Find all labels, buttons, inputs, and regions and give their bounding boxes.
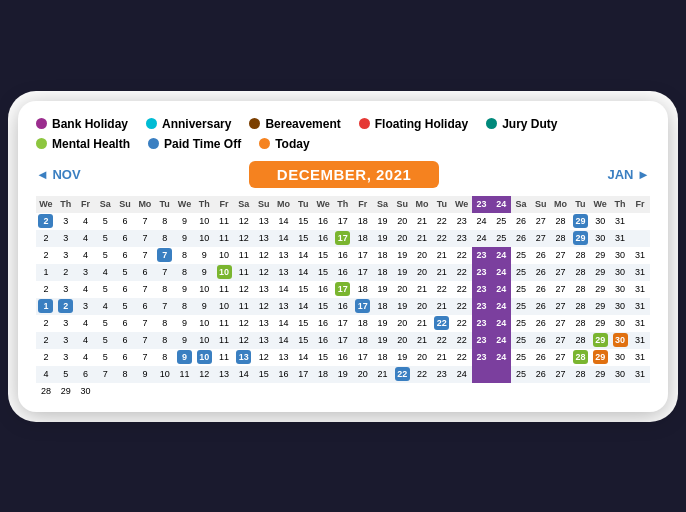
calendar-cell[interactable]: 28 bbox=[571, 298, 591, 315]
calendar-cell[interactable]: 10 bbox=[214, 298, 234, 315]
calendar-cell[interactable]: 5 bbox=[115, 264, 135, 281]
calendar-cell[interactable]: 7 bbox=[155, 264, 175, 281]
calendar-cell[interactable]: 11 bbox=[214, 213, 234, 230]
calendar-cell[interactable]: 26 bbox=[531, 315, 551, 332]
calendar-cell[interactable]: 22 bbox=[452, 315, 472, 332]
calendar-cell[interactable]: 9 bbox=[175, 332, 195, 349]
calendar-cell[interactable] bbox=[313, 383, 333, 400]
calendar-cell[interactable]: 25 bbox=[511, 332, 531, 349]
calendar-cell[interactable]: 2 bbox=[56, 264, 76, 281]
calendar-cell[interactable]: 4 bbox=[36, 366, 56, 383]
calendar-cell[interactable]: 30 bbox=[610, 315, 630, 332]
calendar-cell[interactable]: 4 bbox=[95, 264, 115, 281]
calendar-cell[interactable]: 18 bbox=[353, 315, 373, 332]
calendar-cell[interactable]: 4 bbox=[76, 349, 96, 366]
calendar-cell[interactable]: 9 bbox=[175, 315, 195, 332]
calendar-cell[interactable]: 23 bbox=[432, 366, 452, 383]
calendar-cell[interactable]: 13 bbox=[274, 349, 294, 366]
calendar-cell[interactable]: 12 bbox=[234, 315, 254, 332]
calendar-cell[interactable]: 21 bbox=[412, 213, 432, 230]
calendar-cell[interactable]: 18 bbox=[373, 349, 393, 366]
calendar-cell[interactable]: 23 bbox=[472, 281, 492, 298]
calendar-cell[interactable]: 6 bbox=[115, 247, 135, 264]
calendar-cell[interactable]: 6 bbox=[115, 230, 135, 247]
calendar-cell[interactable]: 15 bbox=[293, 281, 313, 298]
calendar-cell[interactable]: 17 bbox=[353, 349, 373, 366]
calendar-cell[interactable]: 29 bbox=[571, 230, 591, 247]
calendar-cell[interactable]: 5 bbox=[95, 349, 115, 366]
calendar-cell[interactable]: 28 bbox=[551, 230, 571, 247]
calendar-cell[interactable]: 18 bbox=[353, 281, 373, 298]
calendar-cell[interactable]: 14 bbox=[274, 230, 294, 247]
calendar-cell[interactable]: 28 bbox=[571, 264, 591, 281]
calendar-cell[interactable]: 21 bbox=[432, 349, 452, 366]
calendar-cell[interactable]: 15 bbox=[293, 332, 313, 349]
calendar-cell[interactable]: 10 bbox=[214, 264, 234, 281]
calendar-cell[interactable]: 23 bbox=[472, 298, 492, 315]
calendar-cell[interactable]: 4 bbox=[76, 230, 96, 247]
calendar-cell[interactable]: 3 bbox=[56, 281, 76, 298]
calendar-cell[interactable]: 23 bbox=[472, 315, 492, 332]
calendar-cell[interactable]: 29 bbox=[56, 383, 76, 400]
calendar-cell[interactable]: 26 bbox=[531, 366, 551, 383]
next-month-button[interactable]: JAN ► bbox=[607, 167, 650, 182]
calendar-cell[interactable]: 14 bbox=[274, 281, 294, 298]
calendar-cell[interactable]: 19 bbox=[392, 264, 412, 281]
calendar-cell[interactable]: 7 bbox=[135, 281, 155, 298]
calendar-cell[interactable]: 30 bbox=[76, 383, 96, 400]
calendar-cell[interactable]: 21 bbox=[412, 281, 432, 298]
calendar-cell[interactable]: 28 bbox=[36, 383, 56, 400]
calendar-cell[interactable]: 21 bbox=[373, 366, 393, 383]
calendar-cell[interactable] bbox=[155, 383, 175, 400]
calendar-cell[interactable]: 9 bbox=[135, 366, 155, 383]
calendar-cell[interactable]: 27 bbox=[551, 366, 571, 383]
calendar-cell[interactable]: 23 bbox=[452, 230, 472, 247]
calendar-cell[interactable]: 11 bbox=[214, 332, 234, 349]
calendar-cell[interactable] bbox=[254, 383, 274, 400]
calendar-cell[interactable]: 22 bbox=[452, 264, 472, 281]
calendar-cell[interactable]: 22 bbox=[412, 366, 432, 383]
calendar-cell[interactable]: 16 bbox=[313, 315, 333, 332]
calendar-cell[interactable]: 15 bbox=[293, 230, 313, 247]
calendar-cell[interactable]: 6 bbox=[115, 332, 135, 349]
calendar-cell[interactable]: 19 bbox=[373, 281, 393, 298]
calendar-cell[interactable]: 24 bbox=[491, 349, 511, 366]
calendar-cell[interactable]: 25 bbox=[511, 349, 531, 366]
calendar-cell[interactable] bbox=[630, 383, 650, 400]
calendar-cell[interactable]: 13 bbox=[214, 366, 234, 383]
calendar-cell[interactable]: 6 bbox=[135, 298, 155, 315]
calendar-cell[interactable]: 25 bbox=[511, 366, 531, 383]
calendar-cell[interactable]: 18 bbox=[373, 298, 393, 315]
calendar-cell[interactable] bbox=[115, 383, 135, 400]
calendar-cell[interactable]: 29 bbox=[590, 247, 610, 264]
calendar-cell[interactable]: 9 bbox=[175, 349, 195, 366]
calendar-cell[interactable]: 19 bbox=[373, 213, 393, 230]
calendar-cell[interactable]: 29 bbox=[571, 213, 591, 230]
calendar-cell[interactable]: 9 bbox=[194, 264, 214, 281]
calendar-cell[interactable]: 27 bbox=[551, 281, 571, 298]
calendar-cell[interactable]: 4 bbox=[76, 315, 96, 332]
calendar-cell[interactable]: 11 bbox=[175, 366, 195, 383]
calendar-cell[interactable]: 30 bbox=[610, 366, 630, 383]
calendar-cell[interactable]: 11 bbox=[234, 264, 254, 281]
calendar-cell[interactable]: 24 bbox=[491, 298, 511, 315]
calendar-cell[interactable]: 15 bbox=[313, 349, 333, 366]
calendar-cell[interactable]: 19 bbox=[392, 349, 412, 366]
calendar-cell[interactable]: 16 bbox=[333, 298, 353, 315]
calendar-cell[interactable]: 21 bbox=[432, 247, 452, 264]
calendar-cell[interactable]: 8 bbox=[175, 247, 195, 264]
calendar-cell[interactable]: 5 bbox=[56, 366, 76, 383]
calendar-cell[interactable]: 2 bbox=[36, 281, 56, 298]
calendar-cell[interactable]: 9 bbox=[194, 247, 214, 264]
calendar-cell[interactable]: 16 bbox=[333, 264, 353, 281]
calendar-cell[interactable]: 10 bbox=[194, 315, 214, 332]
calendar-cell[interactable]: 15 bbox=[313, 247, 333, 264]
calendar-cell[interactable]: 2 bbox=[36, 213, 56, 230]
calendar-cell[interactable]: 8 bbox=[155, 213, 175, 230]
calendar-cell[interactable]: 21 bbox=[412, 315, 432, 332]
calendar-cell[interactable] bbox=[590, 383, 610, 400]
calendar-cell[interactable]: 17 bbox=[333, 315, 353, 332]
calendar-cell[interactable]: 20 bbox=[412, 264, 432, 281]
calendar-cell[interactable] bbox=[175, 383, 195, 400]
calendar-cell[interactable]: 24 bbox=[491, 281, 511, 298]
